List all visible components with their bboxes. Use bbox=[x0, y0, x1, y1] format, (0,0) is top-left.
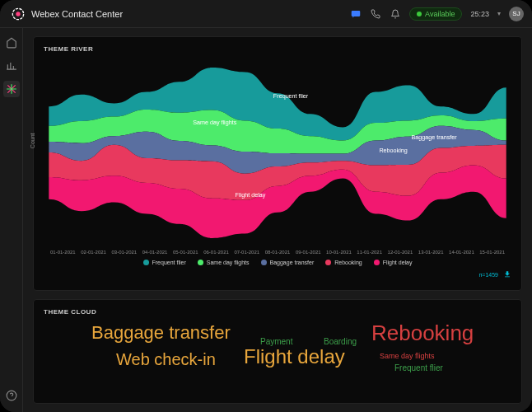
sidebar-home[interactable] bbox=[3, 35, 20, 51]
cloud-word[interactable]: Same day flights bbox=[380, 352, 435, 360]
series-label: Rebooking bbox=[379, 147, 407, 154]
svg-point-1 bbox=[16, 12, 20, 16]
legend: Frequent flierSame day flightsBaggage tr… bbox=[34, 255, 521, 267]
sidebar bbox=[0, 28, 23, 412]
theme-cloud-card: THEME CLOUD Baggage transferRebookingPay… bbox=[33, 299, 522, 404]
chart-footer: n=1459 bbox=[34, 267, 521, 285]
cloud-word[interactable]: Web check-in bbox=[116, 350, 216, 369]
x-tick: 08-01-2021 bbox=[265, 250, 291, 255]
x-tick: 10-01-2021 bbox=[326, 250, 352, 255]
export-icon[interactable] bbox=[503, 267, 511, 282]
header-actions: Available 25:23 ▾ SJ bbox=[350, 7, 524, 21]
legend-swatch bbox=[143, 260, 149, 265]
legend-item[interactable]: Rebooking bbox=[325, 260, 362, 265]
x-tick: 15-01-2021 bbox=[479, 250, 505, 255]
word-cloud: Baggage transferRebookingPaymentBoarding… bbox=[34, 319, 521, 393]
x-tick: 04-01-2021 bbox=[142, 250, 168, 255]
chevron-down-icon[interactable]: ▾ bbox=[497, 10, 501, 17]
legend-swatch bbox=[325, 260, 331, 265]
series-label: Same day flights bbox=[193, 119, 236, 126]
legend-item[interactable]: Same day flights bbox=[198, 260, 250, 265]
legend-swatch bbox=[374, 260, 380, 265]
bell-icon[interactable] bbox=[390, 8, 401, 20]
legend-label: Flight delay bbox=[383, 260, 413, 265]
legend-item[interactable]: Flight delay bbox=[374, 260, 413, 265]
series-label: Flight delay bbox=[236, 191, 266, 199]
legend-swatch bbox=[198, 260, 203, 265]
x-tick: 01-01-2021 bbox=[50, 250, 76, 255]
cloud-word[interactable]: Rebooking bbox=[371, 321, 474, 346]
cloud-word[interactable]: Frequent flier bbox=[394, 363, 443, 372]
header: Webex Contact Center Available 25:23 ▾ S… bbox=[0, 0, 532, 28]
session-time: 25:23 bbox=[470, 10, 489, 18]
x-tick: 09-01-2021 bbox=[296, 250, 321, 255]
x-tick: 02-01-2021 bbox=[81, 250, 106, 255]
legend-item[interactable]: Frequent flier bbox=[143, 260, 186, 265]
theme-river-card: THEME RIVER Count Frequent flierSame day… bbox=[33, 36, 522, 291]
x-tick: 14-01-2021 bbox=[449, 250, 474, 255]
cloud-word[interactable]: Flight delay bbox=[244, 345, 345, 368]
sample-size: n=1459 bbox=[478, 272, 498, 278]
brand-logo bbox=[12, 7, 25, 21]
theme-river-chart: Count Frequent flierSame day flightsBagg… bbox=[34, 56, 521, 250]
x-tick: 12-01-2021 bbox=[388, 250, 413, 255]
svg-rect-2 bbox=[352, 10, 361, 16]
chat-icon[interactable] bbox=[350, 8, 362, 20]
status-dot bbox=[417, 12, 422, 16]
x-tick: 13-01-2021 bbox=[418, 250, 444, 255]
legend-label: Baggage transfer bbox=[270, 260, 315, 265]
user-avatar[interactable]: SJ bbox=[509, 7, 524, 21]
phone-icon[interactable] bbox=[370, 8, 381, 20]
legend-label: Same day flights bbox=[207, 260, 250, 265]
x-tick: 11-01-2021 bbox=[357, 250, 382, 255]
legend-label: Frequent flier bbox=[152, 260, 186, 265]
x-tick: 03-01-2021 bbox=[111, 250, 137, 255]
legend-item[interactable]: Baggage transfer bbox=[261, 260, 315, 265]
series-label: Frequent flier bbox=[273, 92, 309, 100]
series-label: Baggage transfer bbox=[412, 133, 458, 141]
card-title: THEME CLOUD bbox=[34, 300, 521, 319]
app-title: Webex Contact Center bbox=[31, 9, 350, 19]
sidebar-help[interactable] bbox=[3, 387, 20, 404]
x-tick: 07-01-2021 bbox=[234, 250, 259, 255]
sidebar-themes[interactable] bbox=[3, 81, 20, 97]
sidebar-analytics[interactable] bbox=[3, 58, 20, 74]
y-axis-label: Count bbox=[30, 133, 35, 148]
status-label: Available bbox=[425, 10, 455, 18]
main-content: THEME RIVER Count Frequent flierSame day… bbox=[23, 28, 532, 412]
legend-label: Rebooking bbox=[334, 260, 362, 265]
x-tick: 05-01-2021 bbox=[173, 250, 198, 255]
cloud-word[interactable]: Baggage transfer bbox=[91, 322, 231, 344]
app-window: Webex Contact Center Available 25:23 ▾ S… bbox=[0, 0, 532, 412]
x-tick: 06-01-2021 bbox=[203, 250, 229, 255]
card-title: THEME RIVER bbox=[34, 37, 521, 56]
status-pill[interactable]: Available bbox=[409, 7, 462, 21]
legend-swatch bbox=[261, 260, 267, 265]
